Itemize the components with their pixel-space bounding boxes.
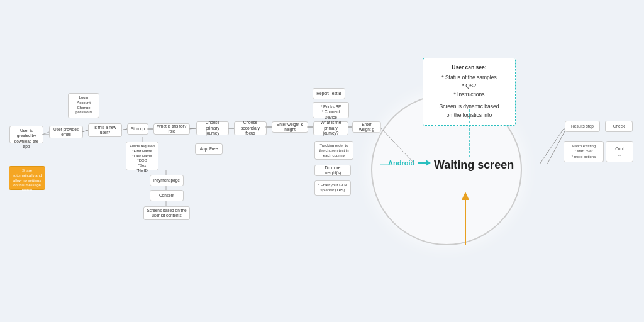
android-label: Android [388,159,414,167]
weight-height-node: Enter weight & height [272,121,308,133]
android-arrow: Android [388,159,431,167]
info-line4: * Instructions [430,91,509,99]
info-line6: Screen is dynamic based [430,103,509,111]
login-node: LoginAccountChange password... [68,93,99,118]
secondary-focus-node: Choose secondary focus [234,121,267,135]
pricks-bp-node: * Pricks BP* Connect Device [313,102,349,118]
match-existing-node: Match existing* start over* more actions [564,141,604,162]
signup-node: Sign up [127,123,148,135]
check-node: Check [605,121,633,132]
alert-box: Share automatically and allow no setting… [9,166,45,190]
start-node: User is greeted bydownload the app [9,126,43,143]
report-test-node: Report Test B [313,88,345,99]
tracking-node: Tracking order to the chosen test in eac… [314,141,353,160]
info-box: User can see: * Status of the samples * … [423,58,516,126]
info-line7: on the logistics info [430,111,509,120]
info-line1: User can see: [430,64,509,72]
do-more-node: Do more weight(s) [314,165,351,176]
enter-weight-node: Enter weight g [352,121,381,133]
screens-based-node: Screens based on the user kit contents [143,206,190,220]
consent-node: Consent [150,190,184,201]
waiting-screen-label: Waiting screen [434,158,514,172]
fields-node: Fields required*First Name*Last Name*DOB… [126,142,158,170]
flow-canvas: Share automatically and allow no setting… [0,0,644,322]
role-node: What is this for? role [153,123,190,135]
svg-arrows [0,0,644,322]
enter-glm-node: * Enter your GLM tip enter (TPS) [314,180,351,196]
primary-journey2-node: What is the primary journey? [313,121,348,135]
svg-line-15 [540,129,564,164]
new-user-node: Is this a new user? [88,123,122,137]
info-line3: * QS2 [430,82,509,91]
email-node: User provides email [49,126,83,138]
primary-journey-node: Choose primary journey [196,121,229,135]
results-step-node: Results step [565,121,600,132]
cont-node: Cont... [606,141,633,162]
arrow-head [426,160,431,166]
info-line2: * Status of the samples [430,74,509,82]
payment-node: Payment page [150,175,184,186]
connector-lines [0,0,644,322]
arrow-line [418,162,426,164]
app-free-node: App, Free [195,143,223,155]
